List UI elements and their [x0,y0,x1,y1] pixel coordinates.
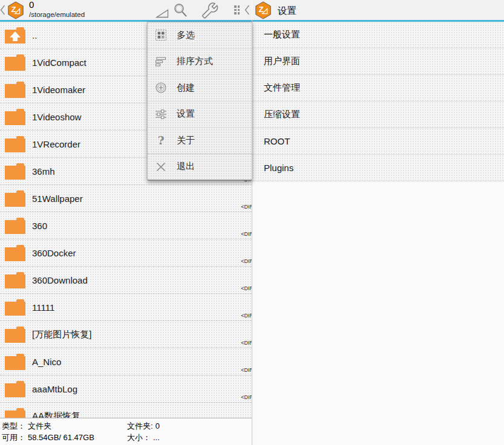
file-name: 360Docker [32,248,76,258]
menu-item-label: 多选 [177,30,195,41]
folder-icon [5,381,25,397]
file-row[interactable]: A_Nico <DIR [0,348,252,375]
folder-icon [5,326,25,343]
app-logo: Z [7,1,25,19]
current-path: /storage/emulated [29,10,85,19]
folder-icon [5,272,25,288]
file-row[interactable]: aaaMtbLog <DIR [0,375,252,403]
tools-wrench-icon[interactable] [201,2,219,19]
svg-text:Z: Z [259,5,264,14]
menu-item-exit[interactable]: 退出 [148,154,252,180]
about-icon [154,134,168,147]
menu-item-label: 创建 [177,82,195,94]
file-row[interactable]: 360 <DIR [0,212,252,239]
file-row[interactable]: 51Wallpaper <DIR [0,185,252,212]
sort-icon [154,55,168,68]
folder-icon [5,163,25,180]
file-name: 51Wallpaper [32,193,83,204]
folder-icon [5,354,25,370]
dir-badge: <DIR [241,340,252,346]
multiselect-icon [154,28,168,42]
menu-item-settings[interactable]: 设置 [148,102,252,128]
file-name: aaaMtbLog [32,384,77,394]
file-name: A_Nico [32,357,61,367]
folder-icon [5,190,25,207]
file-name: 360Download [32,275,88,285]
status-free-space: 可用：58.54GB/ 61.47GB [2,432,94,443]
status-bar: 类型：文件夹 可用：58.54GB/ 61.47GB 文件夹:0 大小：... [0,418,252,445]
dir-badge: <DIR [241,285,252,291]
file-name: 1Videomaker [32,85,85,95]
settings-item-label: ROOT [264,136,290,146]
dir-badge: <DIR [241,204,252,210]
settings-item-root[interactable]: ROOT [252,128,504,155]
header-text: 0 /storage/emulated [29,1,85,19]
resize-triangle-icon[interactable] [155,9,169,18]
folder-icon [5,54,25,71]
file-name: .. [32,30,37,41]
settings-list: 一般设置 用户界面 文件管理 压缩设置 ROOT Plugins [252,22,504,181]
settings-sliders-icon [154,108,168,121]
folder-icon [5,109,25,125]
settings-item-label: 用户界面 [264,56,300,67]
settings-item-label: Plugins [264,163,293,173]
settings-header: Z 设置 [252,0,504,22]
app-logo: Z [254,1,272,19]
file-row[interactable]: 11111 <DIR [0,294,252,321]
folder-icon [5,299,25,316]
settings-item-compression[interactable]: 压缩设置 [252,102,504,128]
settings-title: 设置 [278,5,296,18]
menu-item-label: 排序方式 [177,56,213,67]
menu-item-label: 关于 [177,135,195,146]
dir-badge: <DIR [241,394,252,400]
file-row[interactable]: 360Download <DIR [0,267,252,294]
settings-back-chevron-icon[interactable] [244,5,250,15]
dir-badge: <DIR [241,367,252,373]
svg-text:Z: Z [11,5,16,14]
menu-item-label: 退出 [177,161,195,172]
search-icon[interactable] [172,2,189,19]
file-row[interactable]: [万能图片恢复] <DIR [0,321,252,348]
file-name: 1VidCompact [32,57,87,68]
file-row[interactable]: 360Docker <DIR [0,239,252,267]
status-size: 大小：... [127,432,160,443]
window-title: 0 [29,1,85,9]
settings-item-label: 压缩设置 [264,109,300,120]
pane-splitter-handle[interactable] [234,5,240,15]
folder-icon [5,218,25,234]
overflow-menu: 多选 排序方式 创建 [147,22,252,181]
menu-item-sort[interactable]: 排序方式 [148,49,252,76]
folder-icon [5,136,25,152]
dir-badge: <DIR [241,258,252,264]
dir-badge: <DIR [241,231,252,237]
settings-item-file-management[interactable]: 文件管理 [252,75,504,102]
folder-up-icon [5,27,25,44]
menu-item-about[interactable]: 关于 [148,128,252,154]
settings-item-general[interactable]: 一般设置 [252,22,504,48]
file-name: 1Videoshow [32,112,81,122]
file-browser-header: Z 0 /storage/emulated [0,0,252,22]
settings-item-label: 文件管理 [264,82,300,94]
file-name: 11111 [32,302,54,313]
file-name: 1VRecorder [32,139,80,149]
folder-icon [5,82,25,98]
folder-icon [5,245,25,261]
exit-icon [154,160,168,174]
create-icon [154,81,168,94]
file-name: [万能图片恢复] [32,329,91,340]
dir-badge: <DIR [241,313,252,319]
file-name: 36mh [32,166,55,177]
settings-pane: Z 设置 一般设置 用户界面 文件管理 压缩设置 ROOT Plugins [252,0,504,445]
menu-item-create[interactable]: 创建 [148,75,252,102]
back-chevron-icon[interactable] [0,5,5,15]
status-folder-count: 文件夹:0 [127,420,160,432]
file-name: 360 [32,221,47,231]
menu-item-label: 设置 [177,108,195,120]
settings-item-label: 一般设置 [264,29,300,41]
settings-item-plugins[interactable]: Plugins [252,155,504,181]
status-type: 类型：文件夹 [2,420,94,432]
menu-item-multiselect[interactable]: 多选 [148,22,252,49]
settings-item-ui[interactable]: 用户界面 [252,48,504,75]
